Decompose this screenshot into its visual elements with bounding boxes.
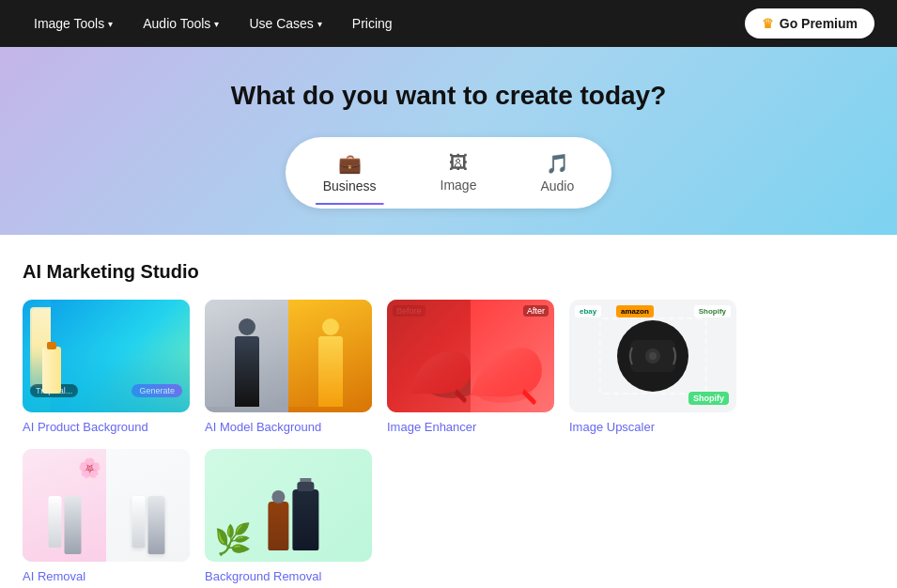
tool-thumb-ai-removal: Before 🌸 After	[23, 449, 190, 562]
chevron-down-icon: ▾	[108, 19, 113, 29]
after-label-enhancer: After	[523, 305, 549, 317]
go-premium-button[interactable]: ♛ Go Premium	[745, 8, 874, 39]
tool-thumb-image-upscaler: ebay amazon Shopify Shopify	[569, 300, 736, 412]
tab-switcher: 💼 Business 🖼 Image 🎵 Audio	[286, 137, 612, 209]
tool-thumb-bg-removal: 🌿	[205, 449, 372, 562]
tool-name-ai-model-bg: AI Model Background	[205, 420, 372, 434]
tool-name-ai-removal: AI Removal	[23, 569, 190, 583]
tool-thumb-image-enhancer: Before	[387, 300, 554, 412]
svg-rect-0	[42, 347, 61, 394]
chevron-down-icon: ▾	[214, 19, 219, 29]
tab-business[interactable]: 💼 Business	[293, 143, 407, 203]
main-nav: Image Tools ▾ Audio Tools ▾ Use Cases ▾ …	[0, 0, 897, 47]
tool-card-ai-removal[interactable]: Before 🌸 After	[23, 449, 190, 583]
tool-name-image-enhancer: Image Enhancer	[387, 420, 554, 434]
svg-rect-1	[47, 342, 56, 349]
audio-icon: 🎵	[546, 152, 569, 175]
image-icon: 🖼	[449, 152, 468, 174]
tool-card-ai-product-bg[interactable]: Tropical... Generate AI Product Backgrou…	[23, 300, 190, 434]
tab-audio[interactable]: 🎵 Audio	[510, 143, 604, 203]
tool-card-ai-model-bg[interactable]: Before After AI Model Ba	[205, 300, 372, 434]
tool-name-bg-removal: Background Removal	[205, 569, 372, 583]
leaf-decor: 🌿	[214, 521, 252, 557]
hero-section: What do you want to create today? 💼 Busi…	[0, 47, 897, 235]
tool-name-ai-product-bg: AI Product Background	[23, 420, 190, 434]
main-content: AI Marketing Studio	[0, 235, 897, 588]
tool-card-bg-removal[interactable]: 🌿 Background Removal	[205, 449, 372, 583]
nav-item-audio-tools[interactable]: Audio Tools ▾	[131, 10, 230, 37]
nav-item-image-tools[interactable]: Image Tools ▾	[23, 10, 124, 37]
nav-item-use-cases[interactable]: Use Cases ▾	[238, 10, 333, 37]
nav-item-pricing[interactable]: Pricing	[341, 10, 404, 37]
marketing-tool-grid: Tropical... Generate AI Product Backgrou…	[23, 300, 874, 583]
tool-thumb-ai-model-bg: Before After	[205, 300, 372, 412]
tool-card-image-upscaler[interactable]: ebay amazon Shopify Shopify Image Upscal…	[569, 300, 736, 434]
hero-title: What do you want to create today?	[23, 81, 874, 111]
tool-name-image-upscaler: Image Upscaler	[569, 420, 736, 434]
tool-thumb-ai-product-bg: Tropical... Generate	[23, 300, 190, 412]
chevron-down-icon: ▾	[317, 19, 322, 29]
business-icon: 💼	[338, 152, 362, 175]
marketing-section-title: AI Marketing Studio	[23, 261, 874, 283]
tool-card-image-enhancer[interactable]: Before	[387, 300, 554, 434]
tab-image[interactable]: 🖼 Image	[410, 143, 507, 203]
generate-badge: Generate	[131, 384, 182, 397]
crown-icon: ♛	[762, 16, 774, 31]
